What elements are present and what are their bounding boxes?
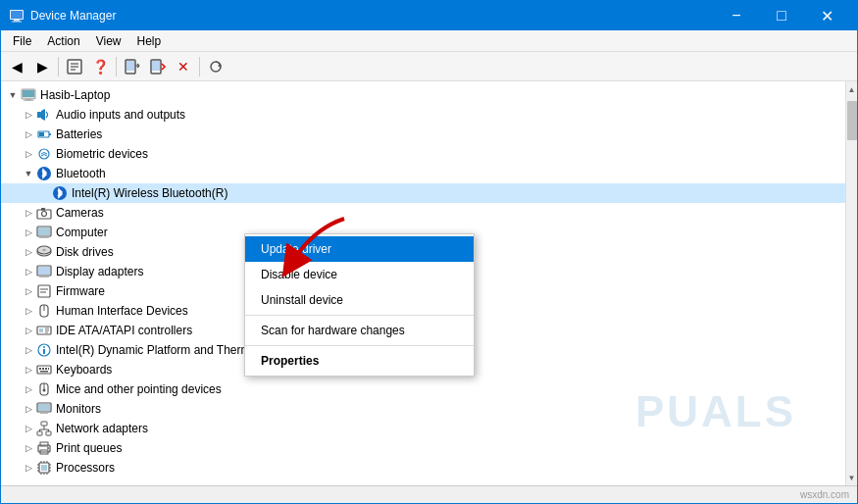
- display-label: Display adapters: [56, 265, 143, 278]
- expand-hid-icon: ▷: [21, 303, 36, 319]
- svg-rect-24: [49, 133, 51, 135]
- mice-label: Mice and other pointing devices: [56, 382, 222, 396]
- svg-rect-54: [43, 349, 45, 354]
- expand-intel-icon: ▷: [21, 342, 36, 358]
- mice-icon: [36, 381, 52, 397]
- scrollbar[interactable]: ▲ ▼: [845, 81, 857, 485]
- help-button[interactable]: ❓: [88, 55, 112, 78]
- disk-label: Disk drives: [56, 245, 114, 259]
- svg-rect-18: [23, 90, 34, 97]
- tree-processors[interactable]: ▷: [1, 458, 845, 478]
- svg-rect-67: [40, 413, 48, 414]
- expand-batteries-icon: ▷: [21, 126, 36, 142]
- tree-batteries[interactable]: ▷ Batteries: [1, 125, 845, 144]
- update-driver-button[interactable]: [146, 55, 170, 78]
- network-label: Network adapters: [56, 422, 148, 435]
- keyboards-icon: [36, 362, 52, 378]
- biometric-label: Biometric devices: [56, 147, 148, 161]
- svg-rect-3: [12, 22, 22, 23]
- svg-rect-21: [37, 112, 41, 118]
- biometric-icon: [36, 146, 52, 162]
- tree-bluetooth[interactable]: ▼ Bluetooth: [1, 164, 845, 183]
- tree-mice[interactable]: ▷ Mice and other pointing devices: [1, 379, 845, 399]
- monitors-icon: [36, 401, 52, 417]
- cameras-icon: [36, 205, 52, 221]
- menu-help[interactable]: Help: [129, 32, 170, 50]
- ctx-update-driver[interactable]: Update driver: [245, 236, 474, 262]
- hid-label: Human Interface Devices: [56, 304, 188, 318]
- root-label: Hasib-Laptop: [40, 88, 110, 102]
- tree-biometric[interactable]: ▷ Biometric devices: [1, 144, 845, 164]
- bt-device-label: Intel(R) Wireless Bluetooth(R): [72, 186, 227, 200]
- tree-audio[interactable]: ▷ Audio inputs and outputs: [1, 105, 845, 125]
- svg-rect-56: [39, 368, 41, 370]
- maximize-button[interactable]: □: [759, 1, 804, 30]
- expand-cameras-icon: ▷: [21, 205, 36, 221]
- close-button[interactable]: ✕: [804, 1, 849, 30]
- svg-rect-48: [39, 328, 43, 332]
- menu-view[interactable]: View: [88, 32, 129, 50]
- svg-point-53: [43, 346, 45, 348]
- svg-rect-23: [39, 132, 44, 136]
- status-watermark: wsxdn.com: [800, 489, 849, 500]
- svg-rect-32: [38, 227, 50, 235]
- expand-keyboards-icon: ▷: [21, 362, 36, 378]
- scroll-thumb[interactable]: [847, 101, 857, 140]
- cameras-label: Cameras: [56, 206, 104, 220]
- firmware-icon: [36, 283, 52, 299]
- expand-print-icon: ▷: [21, 440, 36, 456]
- disk-icon: [36, 244, 52, 260]
- tree-network[interactable]: ▷ Network adapters: [1, 419, 845, 438]
- svg-rect-33: [41, 236, 47, 237]
- svg-rect-40: [41, 276, 47, 277]
- main-content: ▼ Hasib-Laptop ▷: [1, 81, 857, 485]
- tree-cameras[interactable]: ▷ Cameras: [1, 203, 845, 223]
- context-menu: Update driver Disable device Uninstall d…: [244, 233, 475, 377]
- scroll-up-arrow[interactable]: ▲: [846, 81, 858, 97]
- remove-button[interactable]: ✕: [172, 55, 195, 78]
- svg-rect-42: [38, 285, 50, 297]
- svg-rect-2: [14, 20, 20, 22]
- svg-rect-66: [42, 412, 46, 413]
- properties-button[interactable]: [63, 55, 86, 78]
- title-bar: Device Manager − □ ✕: [1, 1, 857, 30]
- tree-monitors[interactable]: ▷ Monitors: [1, 399, 845, 419]
- device-manager-window: Device Manager − □ ✕ File Action View He…: [0, 0, 858, 504]
- bluetooth-icon: [36, 166, 52, 181]
- ctx-sep-2: [245, 345, 474, 346]
- menu-bar: File Action View Help: [1, 30, 857, 52]
- scan-button[interactable]: [121, 55, 144, 78]
- menu-action[interactable]: Action: [39, 32, 87, 50]
- tree-root[interactable]: ▼ Hasib-Laptop: [1, 85, 845, 105]
- expand-ide-icon: ▷: [21, 323, 36, 338]
- minimize-button[interactable]: −: [714, 1, 759, 30]
- ctx-sep-1: [245, 315, 474, 316]
- back-button[interactable]: ◀: [5, 55, 28, 78]
- svg-rect-58: [45, 368, 47, 370]
- svg-rect-14: [152, 61, 160, 71]
- computer-icon: [21, 87, 36, 103]
- svg-rect-1: [11, 11, 23, 19]
- network-icon: [36, 421, 52, 436]
- batteries-icon: [36, 126, 52, 142]
- scroll-track[interactable]: [846, 97, 857, 470]
- menu-file[interactable]: File: [5, 32, 39, 50]
- ctx-uninstall-device[interactable]: Uninstall device: [245, 287, 474, 313]
- refresh-button[interactable]: [204, 55, 227, 78]
- tree-bt-device[interactable]: Intel(R) Wireless Bluetooth(R): [1, 183, 845, 203]
- bt-device-icon: [52, 185, 68, 201]
- audio-icon: [36, 107, 52, 123]
- forward-button[interactable]: ▶: [30, 55, 54, 78]
- svg-rect-19: [25, 99, 31, 100]
- print-label: Print queues: [56, 441, 122, 455]
- ctx-properties[interactable]: Properties: [245, 348, 474, 374]
- scroll-down-arrow[interactable]: ▼: [846, 470, 858, 485]
- svg-rect-30: [41, 208, 45, 211]
- tree-print[interactable]: ▷ Print queues: [1, 438, 845, 458]
- ctx-scan-changes[interactable]: Scan for hardware changes: [245, 318, 474, 343]
- svg-rect-41: [39, 277, 49, 277]
- keyboards-label: Keyboards: [56, 363, 112, 377]
- svg-rect-39: [38, 267, 50, 275]
- intel-icon: [36, 342, 52, 358]
- ctx-disable-device[interactable]: Disable device: [245, 262, 474, 287]
